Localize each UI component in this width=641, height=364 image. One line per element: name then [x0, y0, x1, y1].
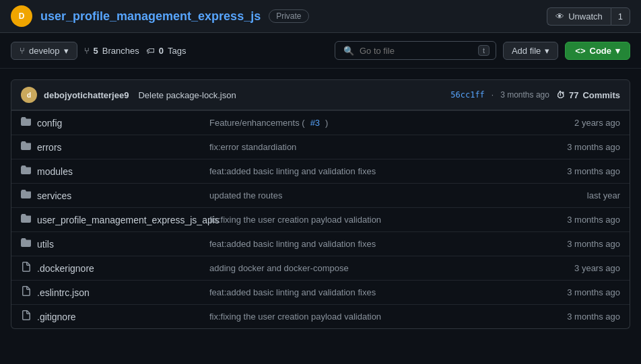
table-row: .eslintrc.json feat:added basic linting … [11, 280, 630, 304]
avatar: D [11, 5, 32, 27]
chevron-down-icon: ▾ [545, 46, 549, 56]
chevron-down-icon: ▾ [64, 46, 69, 56]
folder-icon [21, 189, 32, 202]
code-icon: <> [575, 46, 585, 56]
file-commit-cell: feat:added basic linting and validation … [200, 161, 542, 182]
file-name-cell: errors [11, 135, 200, 159]
search-input[interactable] [360, 46, 473, 56]
folder-icon [21, 238, 32, 250]
file-time-cell: 3 years ago [542, 258, 630, 279]
table-row: user_profile_management_express_js_apis … [11, 207, 630, 231]
file-time-cell: 3 months ago [542, 137, 630, 157]
file-commit-cell: feat:added basic linting and validation … [200, 282, 542, 303]
table-row: config Feature/enhancements (#3) 2 years… [11, 110, 630, 135]
file-time-cell: 3 months ago [542, 209, 630, 230]
commit-avatar: d [21, 87, 37, 103]
table-row: errors fix:error standardiation 3 months… [11, 135, 630, 159]
file-commit-cell: Feature/enhancements (#3) [200, 112, 542, 133]
folder-icon [21, 165, 32, 178]
file-commit-cell: feat:added basic linting and validation … [200, 233, 542, 254]
file-name[interactable]: errors [37, 142, 62, 153]
unwatch-button-group: 👁 Unwatch 1 [547, 7, 630, 26]
table-row: modules feat:added basic linting and val… [11, 159, 630, 183]
commit-message: Delete package-lock.json [138, 90, 236, 100]
history-icon: ⏱ [556, 90, 565, 100]
file-name[interactable]: services [37, 190, 71, 201]
file-commit-cell: updated the routes [200, 185, 542, 206]
file-name[interactable]: utils [37, 239, 54, 250]
folder-icon [21, 141, 32, 153]
folder-icon [21, 116, 32, 129]
unwatch-main-button[interactable]: 👁 Unwatch [547, 7, 611, 26]
search-icon: 🔍 [343, 46, 354, 56]
file-time-cell: 3 months ago [542, 282, 630, 303]
file-name-cell: services [11, 184, 200, 207]
commit-hash[interactable]: 56cc1ff [450, 90, 485, 100]
code-button[interactable]: <> Code ▾ [565, 42, 630, 60]
repo-title[interactable]: user_profile_management_express_js [40, 9, 261, 24]
table-row: .gitignore fix:fixing the user creation … [11, 304, 630, 328]
file-name[interactable]: user_profile_management_express_js_apis [37, 215, 220, 225]
file-time-cell: last year [542, 185, 630, 206]
file-name-cell: user_profile_management_express_js_apis [11, 208, 200, 231]
file-icon [21, 286, 32, 299]
file-name-cell: utils [11, 232, 200, 256]
file-commit-cell: adding docker and docker-compose [200, 258, 542, 279]
commit-username[interactable]: debojyotichatterjee9 [44, 90, 129, 100]
branch-dropdown-button[interactable]: ⑂ develop ▾ [11, 42, 77, 60]
file-commit-cell: fix:error standardiation [200, 137, 542, 157]
file-icon [21, 310, 32, 323]
branch-count-icon: ⑂ [84, 46, 90, 56]
file-time-cell: 3 months ago [542, 161, 630, 182]
main-content: d debojyotichatterjee9 Delete package-lo… [0, 79, 641, 340]
commit-meta: 56cc1ff · 3 months ago ⏱ 77 Commits [450, 90, 620, 100]
file-name[interactable]: modules [37, 166, 73, 177]
file-name[interactable]: .eslintrc.json [37, 287, 90, 298]
file-name-cell: .gitignore [11, 305, 200, 328]
branch-icon: ⑂ [20, 46, 25, 56]
file-icon [21, 262, 32, 275]
table-row: services updated the routes last year [11, 183, 630, 207]
file-time-cell: 2 years ago [542, 112, 630, 133]
file-name[interactable]: .gitignore [37, 312, 76, 322]
file-name-cell: modules [11, 159, 200, 183]
search-key-badge: t [478, 45, 490, 56]
branches-link[interactable]: ⑂ 5 Branches [84, 46, 139, 56]
file-time-cell: 3 months ago [542, 306, 630, 327]
folder-icon [21, 213, 32, 226]
commit-bar: d debojyotichatterjee9 Delete package-lo… [11, 79, 630, 110]
goto-file-box[interactable]: 🔍 t [335, 41, 496, 60]
tag-icon: 🏷 [146, 46, 155, 56]
commit-time: 3 months ago [500, 90, 549, 100]
tags-link[interactable]: 🏷 0 Tags [146, 46, 187, 56]
header-bar: D user_profile_management_express_js Pri… [0, 0, 641, 33]
private-badge: Private [269, 9, 308, 23]
file-name-cell: .eslintrc.json [11, 281, 200, 304]
file-name-cell: config [11, 111, 200, 135]
file-name[interactable]: .dockerignore [37, 263, 94, 274]
file-table: config Feature/enhancements (#3) 2 years… [11, 110, 630, 329]
file-name[interactable]: config [37, 118, 62, 129]
add-file-button[interactable]: Add file ▾ [503, 42, 558, 60]
chevron-down-icon: ▾ [615, 46, 620, 56]
file-time-cell: 3 months ago [542, 233, 630, 254]
file-name-cell: .dockerignore [11, 256, 200, 280]
commits-link[interactable]: ⏱ 77 Commits [556, 90, 620, 100]
commit-link[interactable]: #3 [310, 118, 320, 128]
file-commit-cell: fix:fixing the user creation payload val… [200, 209, 542, 230]
unwatch-count-button[interactable]: 1 [611, 7, 630, 26]
file-commit-cell: fix:fixing the user creation payload val… [200, 306, 542, 327]
table-row: .dockerignore adding docker and docker-c… [11, 256, 630, 280]
eye-icon: 👁 [555, 11, 564, 22]
toolbar: ⑂ develop ▾ ⑂ 5 Branches 🏷 0 Tags 🔍 t Ad… [0, 33, 641, 69]
table-row: utils feat:added basic linting and valid… [11, 231, 630, 256]
